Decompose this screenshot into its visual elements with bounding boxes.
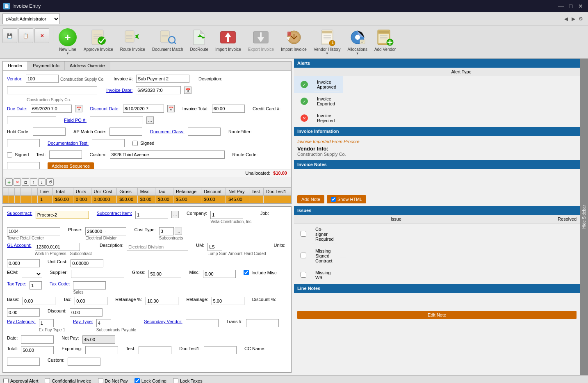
- tab-header[interactable]: Header: [3, 62, 28, 70]
- supplier-input[interactable]: [71, 270, 124, 278]
- ecm-select[interactable]: [22, 270, 42, 278]
- net-pay-input[interactable]: [82, 335, 115, 344]
- company-input[interactable]: [210, 211, 243, 219]
- signed-checkbox2[interactable]: [7, 152, 12, 157]
- signed-checkbox-label[interactable]: Signed: [132, 141, 154, 146]
- retainage-pct-input[interactable]: [146, 297, 178, 305]
- edit-note-button[interactable]: Edit Note: [297, 311, 577, 319]
- description-input[interactable]: [7, 86, 97, 94]
- unit-cost-input[interactable]: [71, 259, 103, 267]
- document-quick-btn[interactable]: 📋: [18, 28, 33, 43]
- detail-date-input[interactable]: [21, 335, 54, 344]
- show-html-checkbox[interactable]: [331, 197, 336, 202]
- import-invoice2-button[interactable]: Import Invoice: [278, 27, 310, 53]
- gl-account-input[interactable]: [35, 243, 80, 251]
- invoice-date-cal-btn[interactable]: 📅: [184, 87, 191, 94]
- grid-delete-btn[interactable]: ✕: [14, 178, 21, 186]
- misc-input[interactable]: [203, 270, 236, 278]
- vendor-label[interactable]: Vendor:: [7, 76, 23, 81]
- credit-card-input[interactable]: [7, 116, 56, 124]
- discount-input[interactable]: [70, 308, 103, 317]
- discount-date-input[interactable]: [123, 105, 164, 113]
- route-filter-input[interactable]: [7, 139, 40, 147]
- hold-code-input[interactable]: [33, 128, 66, 136]
- new-line-button[interactable]: + New Line ▼: [55, 27, 80, 57]
- basis-input[interactable]: [23, 297, 55, 305]
- grid-down-btn[interactable]: ↓: [38, 178, 46, 186]
- issue-check-signed-contract[interactable]: [301, 253, 306, 258]
- retainage-input[interactable]: [212, 297, 244, 305]
- documentation-test-input[interactable]: [92, 139, 125, 147]
- minimize-button[interactable]: —: [557, 3, 565, 9]
- include-misc-checkbox[interactable]: [244, 270, 249, 275]
- confidential-invoice-checkbox-label[interactable]: Confidential Invoice: [45, 378, 91, 383]
- discount-date-cal-btn[interactable]: 📅: [167, 105, 175, 112]
- subcontract-item-input[interactable]: [135, 211, 168, 219]
- issue-row-w9[interactable]: Missing W9: [294, 267, 349, 284]
- tab-payment-info[interactable]: Payment Info: [28, 62, 65, 70]
- pay-type-label[interactable]: Pay Type:: [73, 319, 93, 324]
- detail-description-input[interactable]: [127, 243, 188, 251]
- approve-invoice-button[interactable]: Approve Invoice: [80, 27, 116, 53]
- alert-row-exported[interactable]: ✓ Invoice Exported: [294, 93, 343, 110]
- alert-row-rejected[interactable]: ✕ Invoice Rejected: [294, 110, 343, 127]
- tax-code-input[interactable]: [73, 281, 106, 290]
- document-class-label[interactable]: Document Class:: [150, 129, 185, 134]
- lock-coding-checkbox-label[interactable]: Lock Coding: [134, 378, 166, 383]
- discount-pct-input[interactable]: [7, 308, 40, 317]
- cost-type-btn[interactable]: …: [175, 228, 182, 235]
- close-button[interactable]: ✕: [577, 3, 585, 9]
- subcontract-item-label[interactable]: Subcontract Item:: [97, 211, 132, 216]
- due-date-label[interactable]: Due Date:: [7, 106, 27, 111]
- grid-refresh-btn[interactable]: ↺: [46, 178, 54, 186]
- add-note-button[interactable]: Add Note: [297, 195, 324, 203]
- docroute-button[interactable]: DocRoute: [187, 27, 211, 53]
- grid-up-btn[interactable]: ↑: [30, 178, 37, 186]
- pay-type-input[interactable]: [96, 319, 111, 327]
- documentation-test-label[interactable]: Documentation Test:: [48, 141, 89, 146]
- confidential-invoice-checkbox[interactable]: [45, 378, 50, 383]
- nav-settings-btn[interactable]: ⚙: [577, 16, 584, 22]
- include-misc-checkbox-label[interactable]: Include Misc: [244, 270, 276, 275]
- grid-add-btn[interactable]: +: [5, 178, 13, 186]
- document-class-input[interactable]: [188, 128, 221, 136]
- route-invoice-button[interactable]: Route Invoice: [117, 27, 148, 53]
- detail-custom-input[interactable]: [68, 358, 100, 366]
- maximize-button[interactable]: □: [567, 3, 575, 9]
- pay-category-input[interactable]: [39, 319, 54, 327]
- issue-check-cosigner[interactable]: [301, 231, 306, 237]
- field-po-label[interactable]: Field PO #:: [64, 118, 87, 123]
- hide-sidebar-tab[interactable]: Hide Sidebar: [580, 59, 588, 375]
- cost-type-input[interactable]: [159, 227, 174, 235]
- subcontract-input[interactable]: [36, 211, 89, 219]
- address-sequence-button[interactable]: Address Sequence: [48, 162, 94, 169]
- delete-quick-btn[interactable]: ✕: [34, 28, 49, 43]
- lock-taxes-checkbox-label[interactable]: Lock Taxes: [173, 378, 203, 383]
- units-input[interactable]: [7, 259, 40, 267]
- save-quick-btn[interactable]: 💾: [2, 28, 17, 43]
- job-input[interactable]: [7, 227, 60, 235]
- um-input[interactable]: [207, 243, 222, 251]
- gl-account-label[interactable]: GL Account:: [7, 243, 32, 248]
- signed-checkbox[interactable]: [132, 141, 138, 146]
- custom-input[interactable]: [110, 150, 225, 159]
- secondary-vendor-input[interactable]: [186, 319, 219, 327]
- field-po-input[interactable]: [90, 116, 143, 124]
- doc-test1-input[interactable]: [204, 346, 237, 354]
- exporting-input[interactable]: [85, 346, 118, 354]
- test-input[interactable]: [49, 150, 82, 159]
- lock-taxes-checkbox[interactable]: [173, 378, 178, 383]
- due-date-input[interactable]: [31, 105, 72, 113]
- table-row[interactable]: 1 $50.00 0.000 0.00000 $50.00 $0.00 $0.0…: [3, 196, 291, 203]
- issue-check-w9[interactable]: [301, 272, 306, 278]
- phase-input[interactable]: [85, 227, 126, 235]
- trans-num-input[interactable]: [246, 319, 279, 327]
- signed-checkbox2-label[interactable]: Signed: [7, 152, 29, 157]
- subcontract-item-btn[interactable]: …: [171, 211, 179, 218]
- grid-copy-btn[interactable]: ⧉: [22, 178, 29, 186]
- export-invoice-button[interactable]: Export Invoice: [245, 27, 277, 53]
- tab-address-override[interactable]: Address Override: [65, 62, 110, 70]
- invoice-total-input[interactable]: [212, 105, 245, 113]
- nav-forward-btn[interactable]: ▶: [570, 16, 577, 22]
- discount-date-label[interactable]: Discount Date:: [90, 106, 120, 111]
